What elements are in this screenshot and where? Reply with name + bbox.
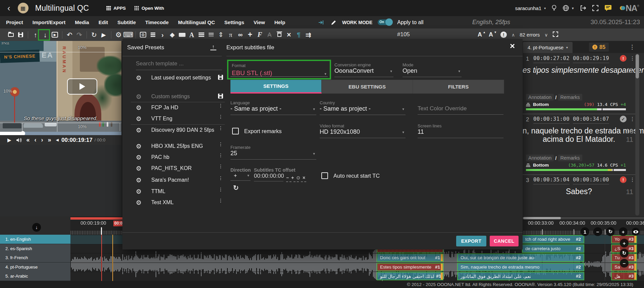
redo-icon[interactable]: ↷ [74,30,84,40]
subtitle-text-line[interactable]: es tipos simplesmente desapareceram11 [523,66,635,74]
add-icon[interactable]: + [245,30,255,40]
increase-icon[interactable]: + [291,175,294,180]
tc-out[interactable]: 00:00:29:19 [573,55,609,63]
preset-menu-icon[interactable]: ⋮ [218,143,223,145]
menu-edit[interactable]: Edit [99,19,108,25]
track-es-spanish[interactable]: 2. es-Spanish [0,244,70,253]
preset-menu-icon[interactable]: ⋮ [218,199,223,201]
clear-icon[interactable]: × [303,175,305,180]
scroll-down-icon[interactable]: ↓ [32,223,41,232]
error-icon[interactable]: ! [500,32,507,38]
forward-icon[interactable]: › [41,136,43,143]
entry-menu-icon[interactable]: ⋮ [630,177,635,183]
error-count[interactable]: 82 errors [520,32,540,38]
track-zoom-out-icon[interactable]: − [620,259,629,268]
decrease-icon[interactable]: − [286,175,289,180]
preset-item[interactable]: ⚙HBO XML 25fps ENG⋮ [136,143,223,150]
menu-project[interactable]: Project [6,19,23,25]
preset-menu-icon[interactable]: ⋮ [218,105,223,107]
menu-help[interactable]: Help [274,19,285,25]
subtitle-block-pt[interactable]: Estes tipos simplesmente#1 [377,263,443,271]
zoom-in-icon[interactable]: + [619,227,628,236]
hint-bulb-icon[interactable] [552,5,556,11]
preset-item[interactable]: ⚙VTT Eng⋮ [136,116,223,122]
menu-timecode[interactable]: Timecode [145,19,169,25]
panel-scrollbar-thumb[interactable] [636,54,639,78]
forward-more-icon[interactable]: » [48,136,51,143]
entry-menu-icon[interactable]: ⋮ [630,55,635,61]
mode-field[interactable]: ModeOpen▾ [402,62,462,77]
tc-out[interactable]: 00:00:34:07 [573,116,609,124]
auto-recut-checkbox[interactable] [321,172,328,179]
list-icon[interactable] [148,30,158,40]
settings-gear-icon[interactable]: ⚙ [114,30,123,40]
subtitle-block-ar[interactable]: نعم، على امتداد الطريق فوق الماتادور#2 [457,272,584,280]
entry-done-icon[interactable]: ✓ [620,116,627,122]
preset-last-used[interactable]: ⚙Last used export settings [136,75,223,81]
panel-menu-icon[interactable]: ⋮ [629,44,635,51]
save-icon[interactable] [16,30,25,40]
layers-icon[interactable]: ◆ [167,30,177,40]
save-preset-icon[interactable] [218,94,223,99]
menu-settings[interactable]: Settings [224,19,244,25]
subtitle-block-es[interactable]: de carretera justo#2 [522,244,584,253]
fullscreen-icon[interactable] [592,5,598,11]
chat-icon[interactable] [604,5,612,11]
work-mode-toggle[interactable]: On [378,19,392,25]
annotation-label[interactable]: Annotation [526,155,554,161]
menu-subtitle[interactable]: Subtitle [117,19,136,25]
subtitle-entry[interactable]: 1 00:00:27:02 00:00:29:19 ! ⋮ es tipos s… [523,54,635,114]
preset-item[interactable]: ⚙PAC_HITS_KOR⋮ [136,165,223,172]
gear-box-icon[interactable]: ⚙ [138,30,148,40]
subtitle-entry[interactable]: 3 00:00:35:04 00:00:36:00 ! ⋮ Sabes?11 [523,175,635,215]
preset-custom[interactable]: ⚙Custom settings [136,94,223,100]
cancel-button[interactable]: CANCEL [490,236,519,246]
send-icon[interactable]: ▶ [98,30,109,40]
keyboard-icon[interactable]: ⌨ [123,30,133,40]
framerate-field[interactable]: Framerate25▾ [230,145,316,160]
close-icon[interactable]: × [510,42,515,50]
preset-menu-icon[interactable]: ⋮ [218,188,223,190]
subtitle-entry[interactable]: 2 00:00:31:00 00:00:34:07 ✓ ⋮ n, naquele… [523,114,635,174]
italic-icon[interactable]: F [255,30,265,40]
apply-to-all-label[interactable]: Apply to all [397,19,423,25]
tc-in[interactable]: 00:00:31:00 [533,116,570,124]
undo-icon[interactable]: ↶ [65,30,74,40]
apps-button[interactable]: APPS [106,6,126,11]
visibility-icon[interactable] [632,228,640,236]
direction-field[interactable]: +▾ [230,173,251,181]
align-center-icon[interactable] [206,30,216,40]
preset-menu-icon[interactable]: ⋮ [218,165,223,167]
delete-icon[interactable] [274,30,284,40]
reload-icon[interactable]: ↻ [233,184,239,192]
edit-pencil-icon[interactable] [331,19,337,25]
error-count-badge[interactable]: !85 [589,43,609,52]
logout-icon[interactable] [580,5,586,11]
preset-item[interactable]: ⚙FCP Ja HD⋮ [136,105,223,111]
conversion-engine-field[interactable]: Conversion engineOoonaConvert▾ [334,62,393,77]
subtitle-block-fr[interactable]: Donc ces gars ont tout#1 [377,253,443,262]
export-button[interactable]: EXPORT [456,236,486,246]
text-color-override-field[interactable]: Text Color Override [418,100,503,115]
video-frame[interactable]: N'S CHINESE EA RAUMAN 37x11 10% 10% 10% … [0,41,121,132]
preset-item[interactable]: ⚙PAC hb⋮ [136,154,223,161]
volume-icon[interactable] [16,138,22,142]
reset-zoom-icon[interactable]: ↻ [606,227,615,236]
remarks-label[interactable]: Remarks [558,94,582,101]
subtitle-text-line[interactable]: Sabes?11 [523,187,635,196]
screen-lines-field[interactable]: Screen lines11 [418,123,503,138]
annotation-label[interactable]: Annotation [526,94,554,101]
language-globe[interactable]: ▾ [562,5,574,11]
subtitle-block-pt[interactable]: Sim, naquele trecho de estrada mesmo#2 [457,263,584,271]
zoom-out-icon[interactable]: − [593,227,602,236]
recut-icon[interactable]: π [226,30,235,40]
tab-ebu-settings[interactable]: EBU SETTINGS [322,80,413,94]
preset-item[interactable]: ⚙Test XML⋮ [136,199,223,206]
tc-in[interactable]: 00:00:35:04 [533,177,570,184]
language-field[interactable]: Language- Same as project -▾ [230,100,316,115]
preset-menu-icon[interactable]: ⋮ [218,177,223,179]
format-field[interactable]: Format EBU STL (.stl) ▾ [227,60,331,79]
box-display-icon[interactable] [177,30,187,40]
font-icon[interactable]: A [187,30,197,40]
upload-preset-icon[interactable]: ↑ [210,44,216,50]
